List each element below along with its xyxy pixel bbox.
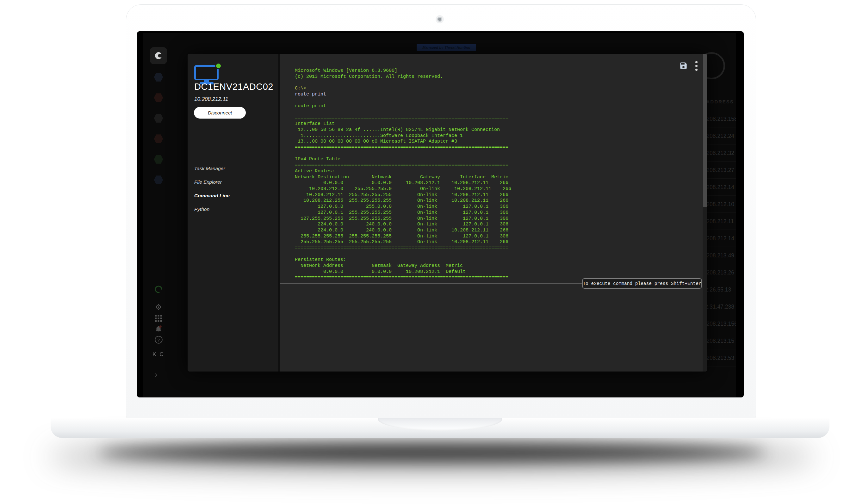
sidebar-item-command-line[interactable]: Command Line — [188, 189, 278, 203]
sidebar-item-file-explorer[interactable]: File Explorer — [188, 176, 278, 189]
laptop-base-notch — [378, 418, 502, 431]
device-ip-address: 10.208.212.11 — [194, 96, 228, 102]
console-line: 127.0.0.0 255.0.0.0 On-link 127.0.0.1 30… — [295, 204, 701, 210]
kebab-menu-icon[interactable] — [695, 60, 698, 72]
console-line: 255.255.255.255 255.255.255.255 On-link … — [295, 234, 701, 240]
execute-tooltip: To execute command please press Shift+En… — [582, 278, 702, 289]
rail-module-icon[interactable] — [154, 155, 163, 164]
rail-module-icon[interactable] — [154, 175, 163, 185]
console-line: 10.208.212.11 255.255.255.255 On-link 10… — [295, 192, 701, 198]
svg-text:?: ? — [157, 338, 160, 342]
console-line: Network Destination Netmask Gateway Inte… — [295, 175, 701, 180]
console-line: 255.255.255.255 255.255.255.255 On-link … — [295, 239, 701, 245]
device-hostname: DC1ENV21ADC02 — [194, 81, 273, 92]
sidebar-item-task-manager[interactable]: Task Manager — [188, 162, 278, 176]
console-line: 10.208.212.255 255.255.255.255 On-link 1… — [295, 198, 701, 204]
console-line: 0.0.0.0 0.0.0.0 10.208.212.1 10.208.212.… — [295, 180, 701, 186]
console-line: 0.0.0.0 0.0.0.0 10.208.212.1 Default — [295, 269, 701, 275]
sidebar-menu: Task ManagerFile ExplorerCommand LinePyt… — [188, 162, 278, 217]
kebab-dot — [695, 61, 698, 63]
user-initials-avatar[interactable]: K C — [150, 351, 167, 357]
console-line: ========================================… — [295, 145, 701, 151]
rail-module-icon[interactable] — [154, 134, 163, 143]
stage: ⚙ ? K C — [0, 0, 863, 504]
webcam — [437, 17, 442, 22]
console-line — [295, 110, 701, 115]
console-scrollbar[interactable] — [703, 54, 707, 371]
monitor-icon — [194, 63, 219, 84]
rail-module-icon[interactable] — [154, 93, 163, 102]
laptop-frame: ⚙ ? K C — [126, 4, 756, 418]
console-line: Microsoft Windows [Version 6.3.9600] — [295, 68, 701, 74]
rail-module-icon[interactable] — [154, 114, 163, 123]
help-icon[interactable]: ? — [152, 336, 165, 346]
console-line: ========================================… — [295, 163, 701, 168]
terminal-actions — [679, 60, 698, 72]
console-line: route print — [295, 103, 701, 110]
collapse-chevron-icon[interactable]: › — [155, 370, 157, 379]
console-line: 1...........................Software Loo… — [295, 133, 701, 139]
remote-session-panel: DC1ENV21ADC02 10.208.212.11 Disconnect T… — [188, 54, 707, 371]
console-line: Active Routes: — [295, 168, 701, 175]
console-line: C:\> — [295, 86, 701, 92]
disconnect-button[interactable]: Disconnect — [194, 107, 246, 118]
sidebar-item-python[interactable]: Python — [188, 203, 278, 217]
app-page: ⚙ ? K C — [143, 33, 736, 397]
apps-grid-icon[interactable] — [152, 315, 165, 324]
laptop-screen: ⚙ ? K C — [137, 31, 744, 398]
kebab-dot — [695, 68, 698, 71]
save-icon — [679, 61, 688, 70]
laptop-shadow — [98, 443, 765, 462]
console-line — [295, 98, 701, 104]
kebab-dot — [695, 65, 698, 67]
console-line: ========================================… — [295, 245, 701, 251]
console-line — [295, 151, 701, 157]
console-line: 224.0.0.0 240.0.0.0 On-link 127.0.0.1 30… — [295, 222, 701, 228]
bell-icon[interactable] — [152, 325, 165, 335]
app-logo[interactable] — [150, 47, 167, 64]
console-line — [295, 251, 701, 257]
managed-by-badge-label: Managed by Threat Hunting — [422, 46, 470, 49]
save-button[interactable] — [679, 61, 688, 71]
console-line: (c) 2013 Microsoft Corporation. All righ… — [295, 74, 701, 80]
eye-logo-icon — [154, 51, 163, 60]
online-status-dot — [215, 63, 222, 69]
laptop-base — [51, 418, 829, 438]
console-line: Persistent Routes: — [295, 257, 701, 263]
console-line: Network Address Netmask Gateway Address … — [295, 263, 701, 269]
gear-icon[interactable]: ⚙ — [152, 303, 165, 312]
session-sidebar: DC1ENV21ADC02 10.208.212.11 Disconnect T… — [188, 54, 280, 371]
console-box: Microsoft Windows [Version 6.3.9600](c) … — [280, 54, 701, 284]
console-output[interactable]: Microsoft Windows [Version 6.3.9600](c) … — [280, 54, 701, 283]
console-line: Interface List — [295, 121, 701, 127]
console-line: ========================================… — [295, 115, 701, 122]
command-line-panel: Microsoft Windows [Version 6.3.9600](c) … — [280, 54, 707, 371]
console-line: 127.255.255.255 255.255.255.255 On-link … — [295, 216, 701, 222]
managed-by-badge: Managed by Threat Hunting — [417, 44, 476, 51]
monitor-screen-shape — [194, 65, 218, 80]
rail-module-icon[interactable] — [154, 72, 163, 82]
console-line: 12...00 50 56 89 2a 4f ......Intel(R) 82… — [295, 127, 701, 133]
console-line: 224.0.0.0 240.0.0.0 On-link 10.208.212.1… — [295, 228, 701, 234]
sync-icon[interactable] — [152, 285, 165, 295]
console-line: 13...00 00 00 00 00 00 00 e0 Microsoft I… — [295, 139, 701, 145]
console-line — [295, 80, 701, 86]
console-line: 127.0.0.1 255.255.255.255 On-link 127.0.… — [295, 210, 701, 216]
scrollbar-thumb[interactable] — [703, 54, 707, 207]
console-line: route print — [295, 92, 701, 98]
console-line: IPv4 Route Table — [295, 156, 701, 163]
console-line: 10.208.212.0 255.255.255.0 On-link 10.20… — [295, 186, 701, 192]
